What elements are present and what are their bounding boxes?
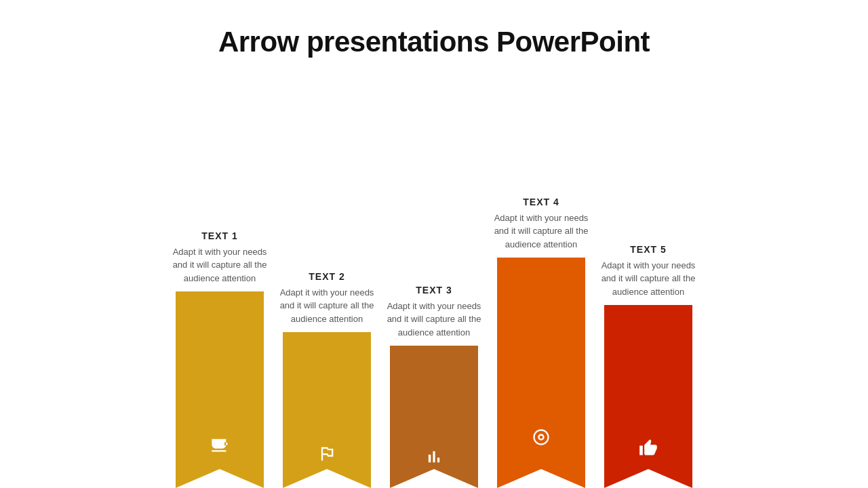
arrow-label-2: TEXT 2 bbox=[309, 271, 344, 282]
svg-marker-1 bbox=[283, 332, 371, 488]
arrow-col-2: TEXT 2Adapt it with your needs and it wi… bbox=[279, 271, 374, 489]
arrow-shape-5 bbox=[604, 305, 692, 488]
arrow-label-1: TEXT 1 bbox=[201, 230, 237, 241]
svg-marker-3 bbox=[497, 258, 585, 488]
arrow-col-4: TEXT 4Adapt it with your needs and it wi… bbox=[494, 197, 589, 489]
page-title: Arrow presentations PowerPoint bbox=[218, 26, 650, 58]
page: Arrow presentations PowerPoint TEXT 1Ada… bbox=[0, 0, 868, 488]
svg-marker-2 bbox=[390, 346, 478, 488]
arrows-container: TEXT 1Adapt it with your needs and it wi… bbox=[0, 197, 868, 489]
arrow-shape-2 bbox=[283, 332, 371, 488]
arrow-label-4: TEXT 4 bbox=[523, 197, 559, 207]
arrow-col-3: TEXT 3Adapt it with your needs and it wi… bbox=[387, 285, 481, 489]
arrow-col-1: TEXT 1Adapt it with your needs and it wi… bbox=[172, 230, 267, 489]
arrow-text-3: Adapt it with your needs and it will cap… bbox=[387, 300, 481, 340]
arrow-shape-3 bbox=[390, 346, 478, 488]
arrow-shape-4 bbox=[497, 258, 585, 488]
arrow-text-5: Adapt it with your needs and it will cap… bbox=[601, 259, 696, 299]
svg-marker-4 bbox=[604, 305, 692, 488]
arrow-label-3: TEXT 3 bbox=[416, 285, 452, 296]
arrow-shape-1 bbox=[176, 291, 264, 488]
arrow-text-2: Adapt it with your needs and it will cap… bbox=[279, 286, 374, 326]
arrow-col-5: TEXT 5Adapt it with your needs and it wi… bbox=[601, 244, 696, 489]
arrow-text-1: Adapt it with your needs and it will cap… bbox=[172, 245, 267, 285]
svg-marker-0 bbox=[176, 291, 264, 488]
arrow-label-5: TEXT 5 bbox=[630, 244, 666, 255]
arrow-text-4: Adapt it with your needs and it will cap… bbox=[494, 211, 589, 251]
